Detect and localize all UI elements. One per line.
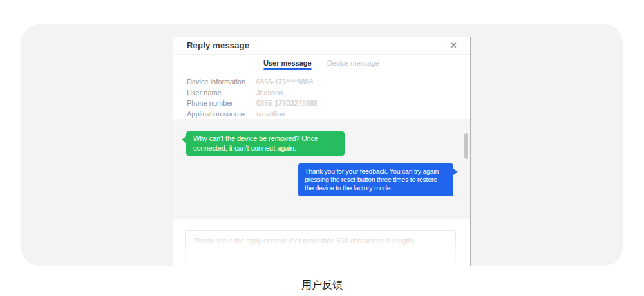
page: { "caption": "用户反馈", "modal": { "title":… [0, 0, 644, 296]
tab-device-message-label: Device message [327, 59, 379, 67]
app-frame: Reply message ✕ User message Device mess… [21, 24, 623, 266]
info-row-device-information: Device information 0865-176****8888 [187, 77, 456, 88]
dialog-title: Reply message [187, 41, 249, 50]
reply-textarea[interactable] [185, 230, 456, 266]
reply-input-section [173, 219, 470, 266]
reply-message-text: Thank you for your feedback. You can try… [305, 167, 447, 192]
info-row-user-name: User name Jeanson [187, 88, 456, 98]
bubble-tail-left [182, 136, 186, 143]
info-value: Jeanson [256, 89, 283, 97]
tab-bar: User message Device message [173, 55, 470, 71]
user-message-text: Why can't the device be removed? Once co… [193, 134, 337, 153]
dialog-header: Reply message ✕ [173, 37, 470, 55]
tab-device-message[interactable]: Device message [327, 55, 379, 71]
reply-message-dialog: Reply message ✕ User message Device mess… [173, 37, 471, 266]
caption: 用户反馈 [0, 279, 644, 292]
bubble-tail-right [453, 169, 458, 175]
info-value: 0865-176****8888 [256, 78, 313, 86]
info-label: User name [187, 89, 256, 97]
info-value: smartline [256, 110, 285, 118]
scrollbar-thumb[interactable] [464, 133, 468, 159]
active-tab-underline [263, 68, 312, 70]
tab-user-message-label: User message [263, 59, 312, 67]
close-icon[interactable]: ✕ [450, 41, 457, 50]
info-value: 0865-17603248888 [256, 99, 317, 107]
reply-message-bubble: Thank you for your feedback. You can try… [298, 163, 453, 196]
user-message-bubble: Why can't the device be removed? Once co… [186, 131, 345, 156]
chat-area: Why can't the device be removed? Once co… [173, 119, 470, 219]
info-label: Phone number [187, 99, 256, 107]
info-label: Application source [187, 110, 256, 118]
user-info-section: Device information 0865-176****8888 User… [173, 71, 470, 119]
tab-user-message[interactable]: User message [263, 55, 312, 71]
info-row-phone-number: Phone number 0865-17603248888 [187, 98, 456, 109]
info-row-application-source: Application source smartline [187, 109, 456, 120]
info-label: Device information [187, 78, 256, 86]
